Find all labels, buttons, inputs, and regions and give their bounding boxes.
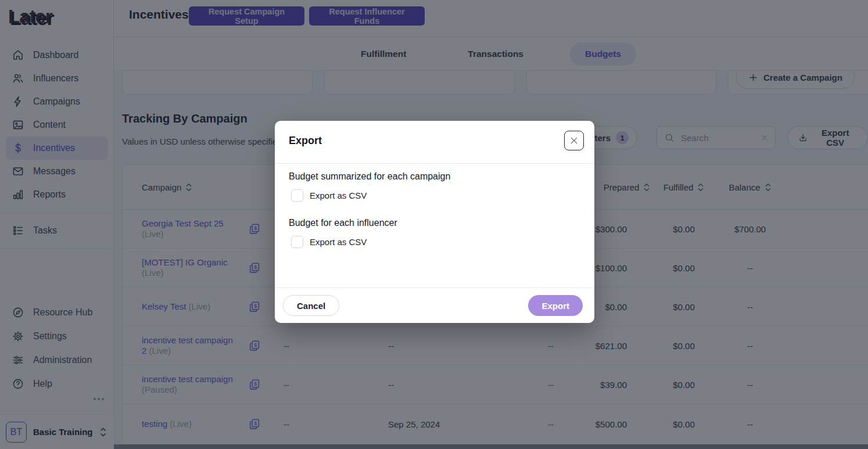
export-campaign-csv-checkbox[interactable] (291, 189, 303, 202)
app-screen: Later DashboardInfluencersCampaignsConte… (0, 0, 868, 449)
export-influencer-csv-option[interactable]: Export as CSV (291, 236, 367, 248)
checkbox-label: Export as CSV (310, 191, 367, 200)
checkbox-label: Export as CSV (310, 237, 367, 247)
export-modal: Export Budget summarized for each campai… (275, 121, 594, 323)
modal-close-button[interactable] (564, 131, 584, 150)
close-icon (569, 136, 579, 145)
modal-body: Budget summarized for each campaign Expo… (275, 164, 594, 288)
modal-section-heading: Budget summarized for each campaign (289, 171, 450, 182)
modal-title: Export (289, 135, 322, 147)
export-campaign-csv-option[interactable]: Export as CSV (291, 189, 367, 202)
export-influencer-csv-checkbox[interactable] (291, 236, 303, 248)
modal-section-heading: Budget for each influencer (289, 218, 397, 228)
export-button[interactable]: Export (528, 295, 583, 316)
cancel-button[interactable]: Cancel (283, 295, 339, 316)
modal-footer: Cancel Export (275, 288, 594, 323)
modal-header: Export (275, 121, 594, 164)
